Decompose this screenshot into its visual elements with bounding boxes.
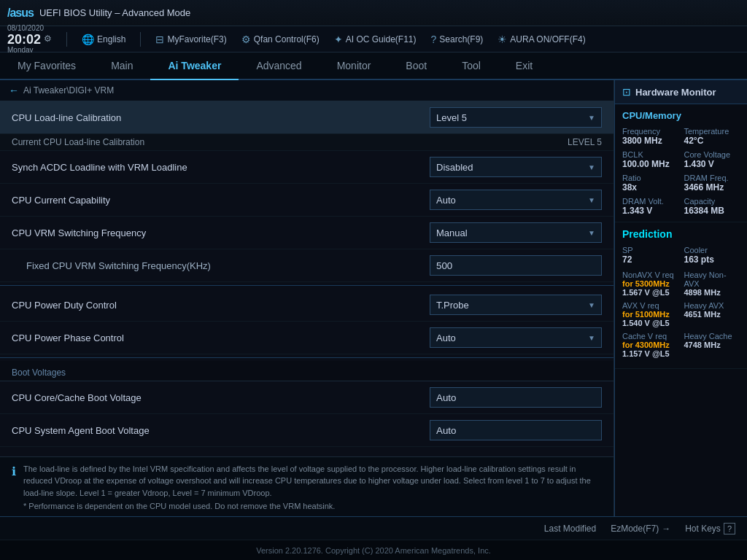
boot-voltages-label: Boot Voltages (12, 368, 66, 378)
nonavx-val: 1.567 V @L5 (622, 288, 678, 297)
power-duty-value[interactable]: T.Probe ▼ (430, 295, 602, 315)
power-duty-dropdown[interactable]: T.Probe ▼ (430, 295, 602, 315)
cpu-memory-title: CPU/Memory (622, 110, 740, 121)
last-modified-btn[interactable]: Last Modified (544, 524, 596, 534)
hw-frequency-label: Frequency 3800 MHz (622, 127, 678, 146)
cpu-current-cap-label: CPU Current Capability (12, 195, 430, 206)
nav-advanced[interactable]: Advanced (239, 52, 319, 80)
top-bar: /asus UEFI BIOS Utility – Advanced Mode (0, 0, 747, 26)
hw-dram-volt: DRAM Volt. 1.343 V (622, 197, 678, 216)
hw-ratio: Ratio 38x (622, 174, 678, 192)
sys-agent-boot-v-input[interactable] (430, 420, 602, 440)
dropdown-arrow-icon: ▼ (588, 301, 595, 309)
nav-boot[interactable]: Boot (388, 52, 444, 80)
avx-val: 1.540 V @L5 (622, 319, 678, 327)
time-text: 20:02 (7, 33, 41, 46)
hw-monitor-title: Hardware Monitor (635, 87, 716, 98)
ez-mode-icon: → (662, 524, 670, 534)
cpu-loadline-selected: Level 5 (436, 112, 467, 123)
setting-power-phase[interactable]: CPU Power Phase Control Auto ▼ (0, 322, 614, 354)
setting-sys-agent-boot-v[interactable]: CPU System Agent Boot Voltage (0, 414, 614, 447)
fixed-vrm-freq-value[interactable] (430, 255, 602, 276)
breadcrumb-back-btn[interactable]: ← (9, 85, 19, 96)
second-bar: 08/10/2020 20:02 ⚙ Monday 🌐 English ⊟ My… (0, 26, 747, 52)
info-icon: ℹ (12, 464, 16, 511)
core-cache-boot-v-value[interactable] (430, 387, 602, 408)
synch-acdc-value[interactable]: Disabled ▼ (430, 157, 602, 177)
pred-heavy-avx: Heavy AVX 4651 MHz (684, 301, 740, 327)
avx-for-mhz: for 5100MHz (622, 310, 670, 319)
setting-vrm-switching[interactable]: CPU VRM Switching Frequency Manual ▼ (0, 217, 614, 249)
hw-monitor-header: ⊡ Hardware Monitor (615, 80, 747, 104)
search-icon: ? (430, 34, 436, 45)
setting-cpu-loadline[interactable]: CPU Load-line Calibration Level 5 ▼ (0, 101, 614, 134)
vrm-switching-dropdown[interactable]: Manual ▼ (430, 222, 602, 243)
hw-bclk: BCLK 100.00 MHz (622, 150, 678, 169)
nav-ai-tweaker[interactable]: Ai Tweaker (150, 52, 239, 80)
setting-synch-acdc[interactable]: Synch ACDC Loadline with VRM Loadline Di… (0, 151, 614, 184)
prediction-section: Prediction SP 72 Cooler 163 pts (615, 222, 747, 369)
setting-core-cache-boot-v[interactable]: CPU Core/Cache Boot Voltage (0, 381, 614, 414)
current-loadline-value: LEVEL 5 (568, 137, 602, 147)
cpu-loadline-label: CPU Load-line Calibration (12, 112, 430, 123)
boot-voltages-header: Boot Voltages (0, 361, 614, 381)
pred-avx-left: AVX V req for 5100MHz 1.540 V @L5 (622, 301, 678, 327)
pred-avx-grid: AVX V req for 5100MHz 1.540 V @L5 Heavy … (622, 301, 740, 327)
breadcrumb-path: Ai Tweaker\DIGI+ VRM (23, 85, 114, 96)
fixed-vrm-freq-input[interactable] (430, 255, 602, 276)
vrm-switching-label: CPU VRM Switching Frequency (12, 228, 430, 238)
gear-icon[interactable]: ⚙ (44, 34, 52, 44)
core-cache-boot-v-input[interactable] (430, 387, 602, 408)
power-phase-value[interactable]: Auto ▼ (430, 327, 602, 348)
hardware-monitor-panel: ⊡ Hardware Monitor CPU/Memory Frequency … (614, 80, 747, 516)
synch-acdc-label: Synch ACDC Loadline with VRM Loadline (12, 162, 430, 173)
qfan-btn[interactable]: ⚙ Qfan Control(F6) (241, 34, 320, 45)
prediction-title: Prediction (622, 228, 740, 240)
nav-tool[interactable]: Tool (444, 52, 498, 80)
ai-oc-btn[interactable]: ✦ AI OC Guide(F11) (334, 34, 417, 45)
sys-agent-boot-v-value[interactable] (430, 420, 602, 440)
synch-acdc-dropdown[interactable]: Disabled ▼ (430, 157, 602, 177)
pred-nonavx-row: NonAVX V req for 5300MHz 1.567 V @L5 Hea… (622, 271, 740, 297)
pred-sp: SP 72 (622, 246, 678, 265)
power-phase-dropdown[interactable]: Auto ▼ (430, 327, 602, 348)
asus-logo: /asus (7, 7, 34, 20)
cpu-loadline-dropdown[interactable]: Level 5 ▼ (430, 107, 602, 128)
cpu-memory-grid: Frequency 3800 MHz Temperature 42°C BCLK… (622, 127, 740, 216)
nav-main[interactable]: Main (93, 52, 150, 80)
bottom-bar: Last Modified EzMode(F7) → Hot Keys ? (0, 516, 747, 540)
setting-fixed-vrm-freq[interactable]: Fixed CPU VRM Switching Frequency(KHz) (0, 249, 614, 282)
myfavorite-btn[interactable]: ⊟ MyFavorite(F3) (155, 34, 226, 45)
aura-btn[interactable]: ☀ AURA ON/OFF(F4) (498, 34, 585, 45)
vrm-switching-value[interactable]: Manual ▼ (430, 222, 602, 243)
search-btn[interactable]: ? Search(F9) (430, 34, 483, 45)
synch-acdc-selected: Disabled (436, 162, 473, 173)
power-duty-label: CPU Power Duty Control (12, 300, 430, 311)
cpu-current-cap-value[interactable]: Auto ▼ (430, 190, 602, 210)
cpu-loadline-value[interactable]: Level 5 ▼ (430, 107, 602, 128)
nav-monitor[interactable]: Monitor (320, 52, 389, 80)
nav-my-favorites[interactable]: My Favorites (0, 52, 93, 80)
language-btn[interactable]: 🌐 English (82, 34, 125, 45)
setting-power-duty[interactable]: CPU Power Duty Control T.Probe ▼ (0, 289, 614, 322)
nav-exit[interactable]: Exit (498, 52, 550, 80)
current-loadline-label: Current CPU Load-line Calibration (12, 137, 568, 147)
core-cache-boot-v-label: CPU Core/Cache Boot Voltage (12, 392, 430, 403)
hot-keys-btn[interactable]: Hot Keys ? (685, 523, 735, 534)
cpu-current-cap-selected: Auto (436, 195, 456, 206)
dropdown-arrow-icon: ▼ (588, 114, 595, 122)
power-phase-label: CPU Power Phase Control (12, 332, 430, 343)
current-loadline-row: Current CPU Load-line Calibration LEVEL … (0, 134, 614, 151)
hw-temperature: Temperature 42°C (684, 127, 740, 146)
hw-core-voltage: Core Voltage 1.430 V (684, 150, 740, 169)
bios-title: UEFI BIOS Utility – Advanced Mode (39, 7, 740, 18)
pred-cache-left: Cache V req for 4300MHz 1.157 V @L5 (622, 332, 678, 358)
left-panel: ← Ai Tweaker\DIGI+ VRM CPU Load-line Cal… (0, 80, 614, 516)
aura-icon: ☀ (498, 34, 507, 45)
cpu-current-cap-dropdown[interactable]: Auto ▼ (430, 190, 602, 210)
setting-cpu-current-cap[interactable]: CPU Current Capability Auto ▼ (0, 184, 614, 217)
ez-mode-btn[interactable]: EzMode(F7) → (611, 524, 670, 534)
info-description: The load-line is defined by the Intel VR… (23, 464, 591, 497)
cpu-memory-section: CPU/Memory Frequency 3800 MHz Temperatur… (615, 104, 747, 222)
pred-heavy-nonavx: Heavy Non-AVX 4898 MHz (684, 271, 740, 297)
